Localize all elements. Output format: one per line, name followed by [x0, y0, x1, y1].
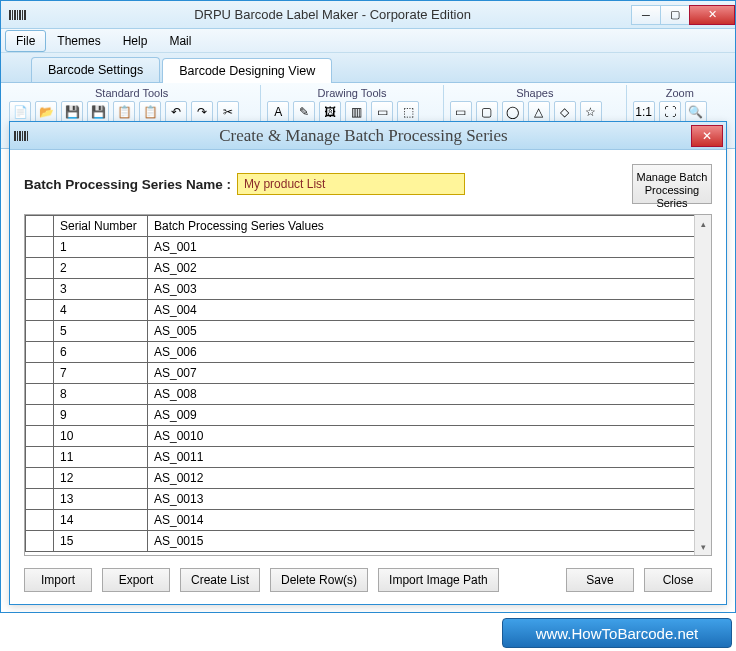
row-header[interactable]	[26, 447, 54, 468]
cell-value[interactable]: AS_006	[148, 342, 711, 363]
create-list-button[interactable]: Create List	[180, 568, 260, 592]
scroll-down-icon[interactable]: ▾	[695, 538, 711, 555]
tab-barcode-settings[interactable]: Barcode Settings	[31, 57, 160, 82]
table-row[interactable]: 2AS_002	[26, 258, 711, 279]
cell-sn[interactable]: 13	[54, 489, 148, 510]
row-header[interactable]	[26, 384, 54, 405]
new-icon[interactable]: 📄	[9, 101, 31, 123]
export-button[interactable]: Export	[102, 568, 170, 592]
table-row[interactable]: 3AS_003	[26, 279, 711, 300]
star-icon[interactable]: ☆	[580, 101, 602, 123]
minimize-button[interactable]: ─	[631, 5, 661, 25]
table-row[interactable]: 1AS_001	[26, 237, 711, 258]
open-icon[interactable]: 📂	[35, 101, 57, 123]
cell-sn[interactable]: 14	[54, 510, 148, 531]
row-header[interactable]	[26, 300, 54, 321]
rect-icon[interactable]: ▭	[450, 101, 472, 123]
card-icon[interactable]: ▭	[371, 101, 393, 123]
row-header[interactable]	[26, 258, 54, 279]
table-row[interactable]: 6AS_006	[26, 342, 711, 363]
copy-icon[interactable]: 📋	[113, 101, 135, 123]
table-row[interactable]: 7AS_007	[26, 363, 711, 384]
cell-sn[interactable]: 2	[54, 258, 148, 279]
select-icon[interactable]: ⬚	[397, 101, 419, 123]
cell-sn[interactable]: 4	[54, 300, 148, 321]
menu-themes[interactable]: Themes	[46, 30, 111, 52]
row-header[interactable]	[26, 489, 54, 510]
cell-sn[interactable]: 8	[54, 384, 148, 405]
cell-value[interactable]: AS_0012	[148, 468, 711, 489]
import-button[interactable]: Import	[24, 568, 92, 592]
triangle-icon[interactable]: △	[528, 101, 550, 123]
cell-value[interactable]: AS_001	[148, 237, 711, 258]
ellipse-icon[interactable]: ◯	[502, 101, 524, 123]
table-row[interactable]: 5AS_005	[26, 321, 711, 342]
cell-sn[interactable]: 12	[54, 468, 148, 489]
cell-value[interactable]: AS_009	[148, 405, 711, 426]
row-header[interactable]	[26, 531, 54, 552]
saveas-icon[interactable]: 💾	[87, 101, 109, 123]
cell-value[interactable]: AS_003	[148, 279, 711, 300]
table-row[interactable]: 13AS_0013	[26, 489, 711, 510]
menu-file[interactable]: File	[5, 30, 46, 52]
cell-sn[interactable]: 11	[54, 447, 148, 468]
zoomfit-icon[interactable]: ⛶	[659, 101, 681, 123]
cell-sn[interactable]: 7	[54, 363, 148, 384]
cell-sn[interactable]: 1	[54, 237, 148, 258]
menu-help[interactable]: Help	[112, 30, 159, 52]
import-image-path-button[interactable]: Import Image Path	[378, 568, 499, 592]
cut-icon[interactable]: ✂	[217, 101, 239, 123]
save-icon[interactable]: 💾	[61, 101, 83, 123]
row-header[interactable]	[26, 405, 54, 426]
row-header[interactable]	[26, 510, 54, 531]
row-header[interactable]	[26, 342, 54, 363]
close-button[interactable]: ✕	[689, 5, 735, 25]
cell-sn[interactable]: 3	[54, 279, 148, 300]
diamond-icon[interactable]: ◇	[554, 101, 576, 123]
cell-sn[interactable]: 9	[54, 405, 148, 426]
table-row[interactable]: 10AS_0010	[26, 426, 711, 447]
save-button[interactable]: Save	[566, 568, 634, 592]
zoom11-icon[interactable]: 1:1	[633, 101, 655, 123]
cell-value[interactable]: AS_0010	[148, 426, 711, 447]
close-modal-button[interactable]: Close	[644, 568, 712, 592]
cell-value[interactable]: AS_008	[148, 384, 711, 405]
grid-scrollbar[interactable]: ▴ ▾	[694, 215, 711, 555]
undo-icon[interactable]: ↶	[165, 101, 187, 123]
image-icon[interactable]: 🖼	[319, 101, 341, 123]
modal-close-button[interactable]: ✕	[691, 125, 723, 147]
cell-value[interactable]: AS_002	[148, 258, 711, 279]
cell-value[interactable]: AS_0013	[148, 489, 711, 510]
barcode-icon[interactable]: ▥	[345, 101, 367, 123]
manage-batch-button[interactable]: Manage Batch Processing Series	[632, 164, 712, 204]
table-row[interactable]: 11AS_0011	[26, 447, 711, 468]
row-header[interactable]	[26, 321, 54, 342]
cell-value[interactable]: AS_0015	[148, 531, 711, 552]
cell-sn[interactable]: 5	[54, 321, 148, 342]
zoomin-icon[interactable]: 🔍	[685, 101, 707, 123]
pencil-icon[interactable]: ✎	[293, 101, 315, 123]
tab-barcode-designing[interactable]: Barcode Designing View	[162, 58, 332, 83]
paste-icon[interactable]: 📋	[139, 101, 161, 123]
cell-sn[interactable]: 10	[54, 426, 148, 447]
row-header[interactable]	[26, 363, 54, 384]
table-row[interactable]: 15AS_0015	[26, 531, 711, 552]
cell-value[interactable]: AS_0014	[148, 510, 711, 531]
menu-mail[interactable]: Mail	[158, 30, 202, 52]
table-row[interactable]: 14AS_0014	[26, 510, 711, 531]
cell-value[interactable]: AS_007	[148, 363, 711, 384]
cell-value[interactable]: AS_004	[148, 300, 711, 321]
series-name-input[interactable]	[237, 173, 465, 195]
row-header[interactable]	[26, 426, 54, 447]
table-row[interactable]: 4AS_004	[26, 300, 711, 321]
col-series-values[interactable]: Batch Processing Series Values	[148, 216, 711, 237]
row-header[interactable]	[26, 237, 54, 258]
cell-sn[interactable]: 6	[54, 342, 148, 363]
cell-value[interactable]: AS_005	[148, 321, 711, 342]
cell-sn[interactable]: 15	[54, 531, 148, 552]
table-row[interactable]: 8AS_008	[26, 384, 711, 405]
table-row[interactable]: 9AS_009	[26, 405, 711, 426]
row-header[interactable]	[26, 468, 54, 489]
table-row[interactable]: 12AS_0012	[26, 468, 711, 489]
redo-icon[interactable]: ↷	[191, 101, 213, 123]
